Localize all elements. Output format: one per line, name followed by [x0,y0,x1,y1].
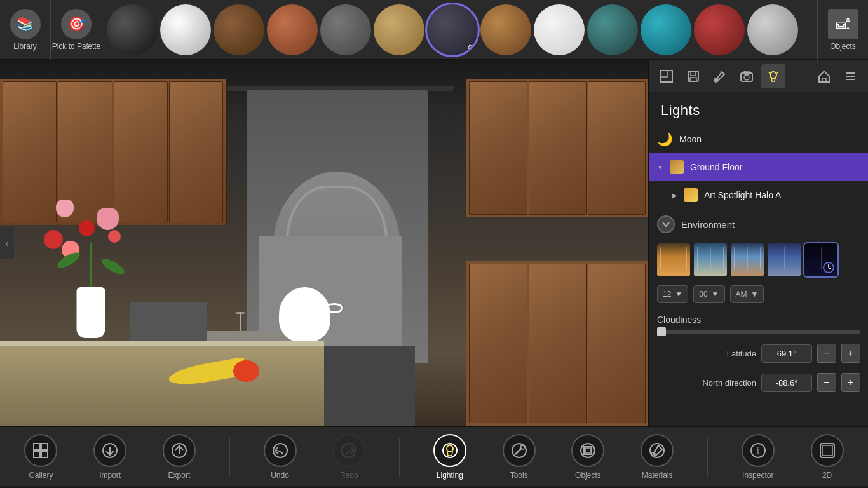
pick-to-palette-button[interactable]: 🎯 Pick to Palette [51,0,102,60]
lights-list: 🌙 Moon ▼ Ground Floor ▶ Art Spotlight Ha… [649,125,868,209]
leaf [100,256,126,277]
tools-label: Tools [510,471,528,480]
paint-icon [713,69,727,83]
camera-tool-button[interactable] [735,64,759,88]
lighting-tool-button[interactable] [761,64,785,88]
environment-header[interactable]: Environment [649,209,868,240]
import-button[interactable]: Import [91,434,129,480]
swatch-tan-fabric[interactable] [374,4,424,55]
lighting-button[interactable]: Lighting [431,434,469,480]
objects-bottom-button[interactable]: Objects [569,434,607,480]
2d-label: 2D [822,471,832,480]
group-collapse-arrow: ▼ [657,164,663,171]
undo-icon [264,434,297,467]
swatch-dark-sphere[interactable] [107,4,158,55]
lights-section-title: Lights [649,92,868,125]
light-item-ground-floor[interactable]: ▼ Ground Floor [649,153,868,181]
latitude-value[interactable]: 69.1° [761,344,812,363]
2d-button[interactable]: 2D [808,434,846,480]
light-item-art-spotlight[interactable]: ▶ Art Spotlight Halo A [649,181,868,209]
ampm-select[interactable]: AM ▼ [730,285,764,303]
materials-button[interactable]: Materials [638,434,676,480]
save-tool-button[interactable] [681,64,705,88]
bottom-toolbar: Gallery Import Export [0,426,868,486]
north-direction-value[interactable]: -88.6° [761,374,812,392]
room-tool-button[interactable] [654,64,679,88]
hour-select[interactable]: 12 ▼ [657,285,688,303]
export-button[interactable]: Export [160,434,198,480]
home-tool-button[interactable] [812,64,836,88]
svg-point-9 [770,72,776,78]
window-lines [734,247,761,269]
objects-button[interactable]: 🛋 Objects [817,0,868,60]
minute-select[interactable]: 00 ▼ [693,285,724,303]
toolbar-divider-3 [707,438,708,476]
tools-button[interactable]: Tools [500,434,538,480]
viewport[interactable]: ‹ [0,60,648,426]
cloudiness-thumb[interactable] [657,327,666,336]
svg-rect-22 [34,451,40,458]
inspector-svg: i [749,442,767,459]
swatch-white-sphere[interactable] [160,4,211,55]
inspector-button[interactable]: i Inspector [739,434,777,480]
panel-scroll-container[interactable]: Lights 🌙 Moon ▼ Ground Floor ▶ [649,92,868,426]
undo-button[interactable]: Undo [261,434,299,480]
svg-rect-3 [691,71,696,76]
inspector-icon: i [742,434,775,467]
tod-morning[interactable] [694,243,727,276]
undo-label: Undo [271,471,289,480]
latitude-decrease-button[interactable]: − [817,344,836,363]
faucet [240,312,241,331]
gallery-button[interactable]: Gallery [22,434,60,480]
spotlight-label: Art Spotlight Halo A [704,190,781,200]
counter-top [0,341,324,346]
svg-rect-37 [585,448,590,453]
redo-button[interactable]: Redo [330,434,368,480]
latitude-increase-button[interactable]: + [841,344,860,363]
swatch-light-grey[interactable] [747,4,798,55]
light-item-moon[interactable]: 🌙 Moon [649,125,868,153]
north-decrease-button[interactable]: − [817,373,836,392]
lighting-svg [441,442,459,459]
swatch-dark-tile[interactable]: ⚙ [427,4,478,55]
swatch-teal-dark[interactable] [587,4,638,55]
export-svg [170,442,188,459]
list-tool-button[interactable] [839,64,863,88]
ground-floor-label: Ground Floor [690,162,742,172]
swatch-terracotta[interactable] [267,4,318,55]
swatch-white2[interactable] [534,4,585,55]
ground-floor-color-icon [670,160,684,174]
import-label: Import [99,471,121,480]
swatch-teal-bright[interactable] [641,4,691,55]
pick-to-palette-label: Pick to Palette [52,42,101,51]
time-of-day-selector [649,240,868,283]
objects-bottom-label: Objects [575,471,601,480]
tod-sunrise[interactable] [657,243,690,276]
swatch-brown-wood[interactable] [214,4,264,55]
north-increase-button[interactable]: + [841,373,860,392]
objects-icon: 🛋 [828,9,858,39]
pick-to-palette-icon: 🎯 [61,9,92,39]
tod-night[interactable] [804,243,837,276]
tod-day[interactable] [731,243,764,276]
latitude-label: Latitude [657,349,756,358]
room-layout-icon [660,69,674,83]
environment-collapse-button[interactable] [657,215,675,233]
swatch-stone-grey[interactable] [320,4,371,55]
redo-svg [340,442,358,459]
teapot [279,287,331,342]
tod-afternoon[interactable] [768,243,801,276]
paint-tool-button[interactable] [708,64,732,88]
gallery-icon [24,434,57,467]
lily-bloom [56,200,74,217]
swatch-red-brick[interactable] [694,4,745,55]
lighting-label: Lighting [437,471,463,480]
tools-icon [503,434,536,467]
library-button[interactable]: 📚 Library [0,0,51,60]
cabinet-door [169,81,223,222]
cloudiness-slider[interactable] [657,330,860,334]
viewport-collapse-button[interactable]: ‹ [0,227,14,259]
swatch-wood-panel[interactable] [480,4,531,55]
minute-value: 00 [699,290,707,299]
lower-right-cabinets [466,261,648,426]
